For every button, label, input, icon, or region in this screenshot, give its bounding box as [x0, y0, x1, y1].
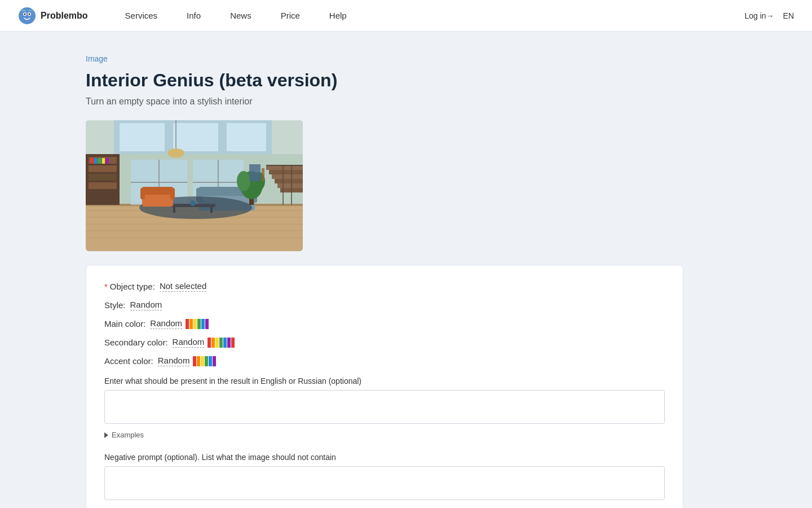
nav-services[interactable]: Services: [111, 0, 173, 32]
logo-icon: [18, 7, 36, 25]
accent-color-swatch: [193, 356, 216, 366]
negative-prompt-label: Negative prompt (optional). List what th…: [104, 453, 665, 462]
main-color-label: Main color:: [104, 319, 145, 329]
logo[interactable]: Problembo: [18, 7, 88, 25]
form-panel: * Object type: Not selected Style: Rando…: [86, 265, 683, 508]
style-value[interactable]: Random: [130, 300, 162, 310]
svg-rect-54: [269, 170, 303, 174]
nav-price[interactable]: Price: [266, 0, 315, 32]
svg-rect-8: [173, 123, 218, 151]
svg-point-4: [29, 13, 30, 15]
object-type-label: Object type:: [110, 282, 155, 291]
page-title: Interior Genius (beta version): [86, 70, 726, 91]
svg-rect-55: [272, 174, 303, 179]
interior-image: [86, 120, 303, 251]
svg-rect-44: [140, 188, 145, 199]
required-star: *: [104, 282, 108, 291]
svg-rect-45: [170, 188, 175, 199]
secondary-color-row: Secondary color: Random: [104, 337, 665, 348]
main-color-swatch: [186, 319, 209, 329]
triangle-icon-1: [104, 432, 108, 438]
svg-rect-56: [275, 179, 303, 183]
main-color-value[interactable]: Random: [150, 318, 182, 329]
breadcrumb[interactable]: Image: [86, 54, 726, 63]
svg-rect-20: [89, 165, 117, 172]
svg-point-3: [24, 13, 26, 15]
svg-point-48: [237, 171, 250, 191]
negative-prompt-input[interactable]: [104, 466, 665, 500]
svg-rect-9: [227, 123, 266, 151]
svg-rect-57: [277, 183, 303, 188]
object-type-row: * Object type: Not selected: [104, 281, 665, 292]
object-type-value[interactable]: Not selected: [160, 281, 206, 292]
style-row: Style: Random: [104, 300, 665, 310]
nav-links: Services Info News Price Help: [111, 0, 745, 32]
page-subtitle: Turn an empty space into a stylish inter…: [86, 97, 726, 107]
svg-rect-24: [94, 158, 97, 164]
interior-image-svg: [86, 120, 303, 251]
svg-rect-27: [105, 158, 109, 164]
svg-rect-7: [120, 123, 165, 151]
svg-point-52: [190, 200, 196, 206]
nav-info[interactable]: Info: [172, 0, 215, 32]
svg-point-0: [19, 7, 36, 24]
secondary-color-swatch: [208, 338, 235, 348]
secondary-color-label: Secondary color:: [104, 338, 168, 347]
svg-rect-21: [89, 174, 117, 181]
nav-news[interactable]: News: [215, 0, 266, 32]
main-color-row: Main color: Random: [104, 318, 665, 329]
main-content: Image Interior Genius (beta version) Tur…: [68, 32, 744, 508]
login-button[interactable]: Log in→: [744, 11, 774, 20]
positive-prompt-label: Enter what should be present in the resu…: [104, 376, 665, 386]
svg-rect-63: [262, 168, 264, 181]
svg-rect-62: [249, 164, 261, 181]
language-selector[interactable]: EN: [783, 11, 794, 20]
secondary-color-value[interactable]: Random: [173, 337, 205, 348]
svg-rect-53: [266, 165, 303, 170]
nav-help[interactable]: Help: [315, 0, 361, 32]
svg-rect-23: [90, 158, 94, 164]
nav-right: Log in→ EN: [744, 11, 794, 20]
navbar: Problembo Services Info News Price Help …: [0, 0, 812, 32]
style-label: Style:: [104, 300, 126, 310]
examples-label-1: Examples: [112, 431, 144, 439]
accent-color-value[interactable]: Random: [158, 356, 190, 366]
svg-rect-25: [98, 158, 102, 164]
accent-color-row: Accent color: Random: [104, 356, 665, 366]
svg-rect-43: [142, 187, 173, 195]
logo-text: Problembo: [41, 11, 88, 21]
svg-rect-22: [89, 182, 117, 189]
positive-prompt-input[interactable]: [104, 390, 665, 424]
accent-color-label: Accent color:: [104, 356, 153, 366]
svg-rect-26: [102, 158, 105, 164]
examples-toggle-1[interactable]: Examples: [104, 431, 665, 439]
svg-point-51: [167, 148, 184, 157]
